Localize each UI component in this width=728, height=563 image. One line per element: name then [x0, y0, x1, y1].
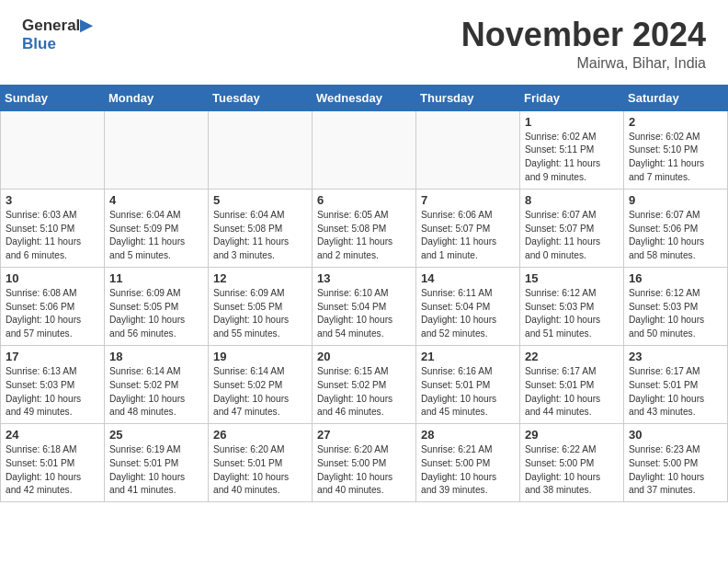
calendar-cell: [416, 110, 520, 189]
calendar-cell: 28Sunrise: 6:21 AM Sunset: 5:00 PM Dayli…: [416, 424, 520, 502]
day-info: Sunrise: 6:11 AM Sunset: 5:04 PM Dayligh…: [421, 287, 515, 341]
day-info: Sunrise: 6:03 AM Sunset: 5:10 PM Dayligh…: [6, 209, 99, 263]
calendar-cell: 8Sunrise: 6:07 AM Sunset: 5:07 PM Daylig…: [520, 189, 624, 267]
calendar-cell: 18Sunrise: 6:14 AM Sunset: 5:02 PM Dayli…: [105, 345, 209, 423]
day-info: Sunrise: 6:16 AM Sunset: 5:01 PM Dayligh…: [421, 365, 515, 419]
day-info: Sunrise: 6:20 AM Sunset: 5:01 PM Dayligh…: [213, 443, 307, 498]
day-info: Sunrise: 6:02 AM Sunset: 5:11 PM Dayligh…: [525, 131, 619, 185]
logo-general: General▶: [22, 17, 92, 35]
day-info: Sunrise: 6:07 AM Sunset: 5:06 PM Dayligh…: [629, 209, 722, 263]
calendar-cell: 20Sunrise: 6:15 AM Sunset: 5:02 PM Dayli…: [313, 345, 416, 423]
col-header-tuesday: Tuesday: [209, 85, 313, 110]
calendar-cell: 27Sunrise: 6:20 AM Sunset: 5:00 PM Dayli…: [313, 424, 416, 502]
calendar-cell: [313, 110, 416, 189]
calendar-cell: 12Sunrise: 6:09 AM Sunset: 5:05 PM Dayli…: [209, 267, 313, 345]
day-info: Sunrise: 6:14 AM Sunset: 5:02 PM Dayligh…: [213, 365, 307, 419]
day-info: Sunrise: 6:19 AM Sunset: 5:01 PM Dayligh…: [109, 443, 203, 498]
day-number: 23: [629, 350, 722, 363]
calendar-cell: 5Sunrise: 6:04 AM Sunset: 5:08 PM Daylig…: [209, 189, 313, 267]
col-header-friday: Friday: [520, 85, 624, 110]
calendar-cell: 23Sunrise: 6:17 AM Sunset: 5:01 PM Dayli…: [624, 345, 728, 423]
page-header: General▶ Blue November 2024 Mairwa, Biha…: [0, 0, 728, 79]
day-number: 18: [109, 350, 203, 363]
day-info: Sunrise: 6:12 AM Sunset: 5:03 PM Dayligh…: [525, 287, 619, 341]
col-header-thursday: Thursday: [416, 85, 520, 110]
day-number: 8: [525, 193, 619, 207]
day-number: 26: [213, 428, 307, 442]
day-number: 28: [421, 428, 515, 442]
col-header-sunday: Sunday: [1, 85, 105, 110]
calendar-cell: 29Sunrise: 6:22 AM Sunset: 5:00 PM Dayli…: [520, 424, 624, 502]
calendar-cell: 15Sunrise: 6:12 AM Sunset: 5:03 PM Dayli…: [520, 267, 624, 345]
calendar-cell: 1Sunrise: 6:02 AM Sunset: 5:11 PM Daylig…: [520, 110, 624, 189]
calendar-cell: 21Sunrise: 6:16 AM Sunset: 5:01 PM Dayli…: [416, 345, 520, 423]
day-info: Sunrise: 6:02 AM Sunset: 5:10 PM Dayligh…: [629, 131, 722, 185]
day-info: Sunrise: 6:10 AM Sunset: 5:04 PM Dayligh…: [317, 287, 411, 341]
day-number: 11: [109, 271, 203, 285]
day-number: 27: [317, 428, 411, 442]
day-info: Sunrise: 6:09 AM Sunset: 5:05 PM Dayligh…: [109, 287, 203, 341]
day-info: Sunrise: 6:04 AM Sunset: 5:09 PM Dayligh…: [109, 209, 203, 263]
calendar-cell: 2Sunrise: 6:02 AM Sunset: 5:10 PM Daylig…: [624, 110, 728, 189]
day-info: Sunrise: 6:05 AM Sunset: 5:08 PM Dayligh…: [317, 209, 411, 263]
day-number: 20: [317, 350, 411, 363]
day-info: Sunrise: 6:12 AM Sunset: 5:03 PM Dayligh…: [629, 287, 722, 341]
day-number: 10: [6, 271, 99, 285]
day-number: 21: [421, 350, 515, 363]
day-number: 4: [109, 193, 203, 207]
col-header-monday: Monday: [105, 85, 209, 110]
calendar-cell: 24Sunrise: 6:18 AM Sunset: 5:01 PM Dayli…: [1, 424, 105, 502]
calendar-cell: 10Sunrise: 6:08 AM Sunset: 5:06 PM Dayli…: [1, 267, 105, 345]
day-number: 9: [629, 193, 722, 207]
day-info: Sunrise: 6:22 AM Sunset: 5:00 PM Dayligh…: [525, 443, 619, 498]
day-info: Sunrise: 6:04 AM Sunset: 5:08 PM Dayligh…: [213, 209, 307, 263]
month-title: November 2024: [461, 17, 706, 53]
day-number: 14: [421, 271, 515, 285]
day-number: 24: [6, 428, 99, 442]
day-number: 19: [213, 350, 307, 363]
day-info: Sunrise: 6:06 AM Sunset: 5:07 PM Dayligh…: [421, 209, 515, 263]
day-number: 2: [629, 115, 722, 129]
day-info: Sunrise: 6:21 AM Sunset: 5:00 PM Dayligh…: [421, 443, 515, 498]
day-number: 1: [525, 115, 619, 129]
day-number: 5: [213, 193, 307, 207]
day-number: 16: [629, 271, 722, 285]
calendar-cell: 19Sunrise: 6:14 AM Sunset: 5:02 PM Dayli…: [209, 345, 313, 423]
calendar-week-1: 3Sunrise: 6:03 AM Sunset: 5:10 PM Daylig…: [1, 189, 728, 267]
calendar-cell: 7Sunrise: 6:06 AM Sunset: 5:07 PM Daylig…: [416, 189, 520, 267]
col-header-wednesday: Wednesday: [313, 85, 416, 110]
day-number: 15: [525, 271, 619, 285]
calendar-cell: 30Sunrise: 6:23 AM Sunset: 5:00 PM Dayli…: [624, 424, 728, 502]
calendar-cell: 17Sunrise: 6:13 AM Sunset: 5:03 PM Dayli…: [1, 345, 105, 423]
location: Mairwa, Bihar, India: [461, 55, 706, 72]
calendar-cell: [105, 110, 209, 189]
calendar-cell: 14Sunrise: 6:11 AM Sunset: 5:04 PM Dayli…: [416, 267, 520, 345]
day-info: Sunrise: 6:07 AM Sunset: 5:07 PM Dayligh…: [525, 209, 619, 263]
calendar-cell: 26Sunrise: 6:20 AM Sunset: 5:01 PM Dayli…: [209, 424, 313, 502]
calendar-week-0: 1Sunrise: 6:02 AM Sunset: 5:11 PM Daylig…: [1, 110, 728, 189]
calendar-cell: 11Sunrise: 6:09 AM Sunset: 5:05 PM Dayli…: [105, 267, 209, 345]
day-number: 25: [109, 428, 203, 442]
calendar-cell: 9Sunrise: 6:07 AM Sunset: 5:06 PM Daylig…: [624, 189, 728, 267]
calendar-cell: [1, 110, 105, 189]
day-info: Sunrise: 6:09 AM Sunset: 5:05 PM Dayligh…: [213, 287, 307, 341]
calendar-cell: 3Sunrise: 6:03 AM Sunset: 5:10 PM Daylig…: [1, 189, 105, 267]
col-header-saturday: Saturday: [624, 85, 728, 110]
calendar-cell: 25Sunrise: 6:19 AM Sunset: 5:01 PM Dayli…: [105, 424, 209, 502]
title-block: November 2024 Mairwa, Bihar, India: [461, 17, 706, 72]
day-info: Sunrise: 6:17 AM Sunset: 5:01 PM Dayligh…: [629, 365, 722, 419]
calendar-cell: 16Sunrise: 6:12 AM Sunset: 5:03 PM Dayli…: [624, 267, 728, 345]
day-info: Sunrise: 6:08 AM Sunset: 5:06 PM Dayligh…: [6, 287, 99, 341]
calendar-week-4: 24Sunrise: 6:18 AM Sunset: 5:01 PM Dayli…: [1, 424, 728, 502]
day-info: Sunrise: 6:17 AM Sunset: 5:01 PM Dayligh…: [525, 365, 619, 419]
calendar-week-3: 17Sunrise: 6:13 AM Sunset: 5:03 PM Dayli…: [1, 345, 728, 423]
logo: General▶ Blue: [22, 17, 92, 52]
day-info: Sunrise: 6:23 AM Sunset: 5:00 PM Dayligh…: [629, 443, 722, 498]
calendar-cell: 13Sunrise: 6:10 AM Sunset: 5:04 PM Dayli…: [313, 267, 416, 345]
day-number: 13: [317, 271, 411, 285]
day-number: 29: [525, 428, 619, 442]
day-number: 7: [421, 193, 515, 207]
calendar-cell: 4Sunrise: 6:04 AM Sunset: 5:09 PM Daylig…: [105, 189, 209, 267]
day-number: 6: [317, 193, 411, 207]
calendar-week-2: 10Sunrise: 6:08 AM Sunset: 5:06 PM Dayli…: [1, 267, 728, 345]
